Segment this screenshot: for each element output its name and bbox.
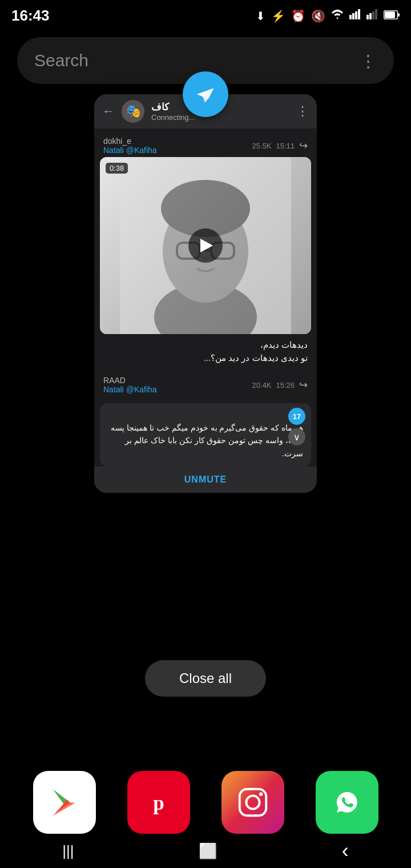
svg-point-26 xyxy=(259,793,262,796)
tg-post-2: RAAD Natali @Kafiha 20.4K 15:26 ↪ xyxy=(100,372,311,397)
alarm-icon: ⏰ xyxy=(291,9,305,23)
signal-icon xyxy=(349,9,361,22)
pinterest-icon[interactable]: p xyxy=(127,771,190,834)
search-placeholder: Search xyxy=(34,51,88,70)
svg-rect-7 xyxy=(375,9,377,19)
post-1-channel: Natali @Kafiha xyxy=(103,146,157,155)
svg-point-25 xyxy=(246,795,259,809)
svg-rect-10 xyxy=(385,11,395,18)
post-3-tag: کاف xyxy=(108,410,303,419)
status-icons: ⬇ ⚡ ⏰ 🔇 xyxy=(256,9,400,23)
battery-icon xyxy=(384,9,400,22)
unmute-bar: UNMUTE xyxy=(94,467,317,493)
svg-rect-0 xyxy=(349,15,352,19)
post-2-time: 15:26 xyxy=(276,381,295,389)
nav-bar: ||| ⬜ ‹ xyxy=(0,834,411,868)
instagram-icon[interactable] xyxy=(221,771,284,834)
recent-apps-button[interactable]: ||| xyxy=(62,842,74,860)
svg-rect-6 xyxy=(372,11,374,19)
download-icon: ⬇ xyxy=(256,9,265,23)
mute-icon: 🔇 xyxy=(311,9,325,23)
svg-text:p: p xyxy=(153,792,164,814)
tg-back-button[interactable]: ← xyxy=(102,104,115,119)
post-1-views: 25.5K xyxy=(252,142,271,150)
svg-rect-1 xyxy=(352,13,354,19)
home-button[interactable]: ⬜ xyxy=(199,842,217,860)
play-button[interactable] xyxy=(188,228,223,263)
tg-post-1: dokhi_e Natali @Kafiha 25.5K 15:11 ↪ xyxy=(100,134,311,367)
tg-avatar: 🎭 xyxy=(122,100,144,123)
video-duration: 0:38 xyxy=(106,163,128,174)
close-all-button[interactable]: Close all xyxy=(145,660,266,697)
post-1-text: دیدهات دیدم، تو دیدی دیدهات در دید من؟..… xyxy=(100,334,311,367)
svg-rect-4 xyxy=(366,15,369,19)
status-bar: 16:43 ⬇ ⚡ ⏰ 🔇 xyxy=(0,0,411,31)
svg-rect-5 xyxy=(369,13,372,19)
close-all-label: Close all xyxy=(179,670,232,686)
svg-rect-9 xyxy=(398,13,400,17)
notification-count-badge: 17 xyxy=(288,408,305,425)
tg-post-3-block: کاف هر ماه که حقوق می‌گیرم به خودم میگم … xyxy=(100,403,311,467)
post-1-time: 15:11 xyxy=(276,142,295,150)
telegram-card: ← 🎭 کاف Connecting... ⋮ dokhi_e Natali @… xyxy=(94,94,317,493)
svg-rect-2 xyxy=(355,11,357,19)
bolt-icon: ⚡ xyxy=(271,9,285,23)
google-play-icon[interactable]: ▶ xyxy=(33,771,96,834)
video-thumbnail-1[interactable]: 0:38 xyxy=(100,157,311,334)
chevron-down-icon[interactable]: ∨ xyxy=(288,428,305,445)
post-1-author: dokhi_e xyxy=(103,136,157,146)
tg-more-button[interactable]: ⋮ xyxy=(296,104,309,119)
post-3-body: هر ماه که حقوق می‌گیرم به خودم میگم خب ت… xyxy=(108,421,303,460)
post-1-meta: dokhi_e Natali @Kafiha 25.5K 15:11 ↪ xyxy=(100,134,311,157)
telegram-app-icon[interactable] xyxy=(183,71,228,117)
post-2-forward-button[interactable]: ↪ xyxy=(299,379,308,391)
back-button[interactable]: ‹ xyxy=(342,839,349,863)
post-2-channel: Natali @Kafiha xyxy=(103,385,157,394)
wifi-icon xyxy=(331,9,344,22)
post-2-author: RAAD xyxy=(103,376,157,385)
search-menu-icon[interactable]: ⋮ xyxy=(360,51,377,71)
signal2-icon xyxy=(366,9,378,22)
post-1-forward-button[interactable]: ↪ xyxy=(299,139,308,152)
post-2-views: 20.4K xyxy=(252,381,271,389)
tg-content: dokhi_e Natali @Kafiha 25.5K 15:11 ↪ xyxy=(94,128,317,467)
unmute-button[interactable]: UNMUTE xyxy=(184,475,227,484)
whatsapp-icon[interactable] xyxy=(316,771,378,834)
dock: ▶ p xyxy=(0,771,411,834)
tg-connection-status: Connecting... xyxy=(151,113,289,122)
status-time: 16:43 xyxy=(11,7,50,25)
svg-rect-3 xyxy=(358,9,360,19)
